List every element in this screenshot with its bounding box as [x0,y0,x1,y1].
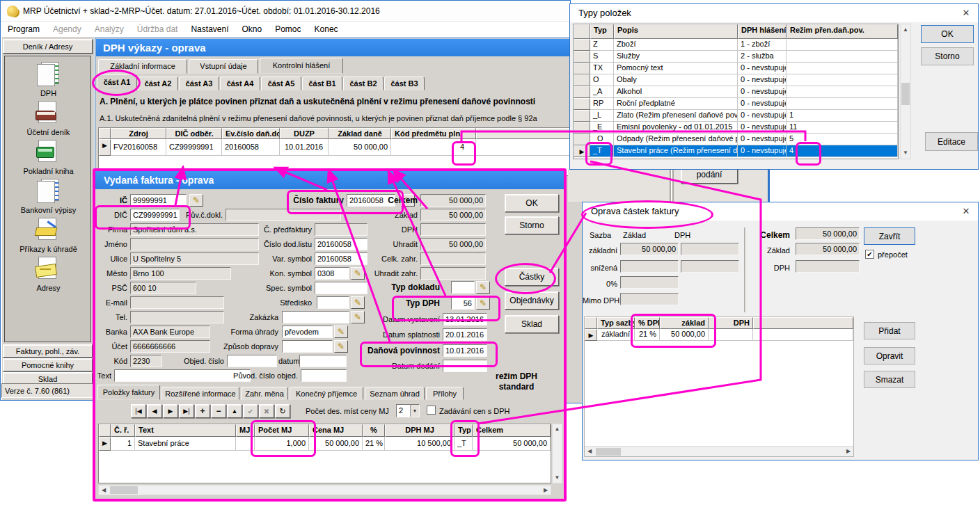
typy-row-selected[interactable]: ▶ _T Stavební práce (Režim přenesení daň… [574,145,898,157]
zakladni-zaklad-field[interactable]: 50 000,00 [620,243,679,255]
nav-refresh-button[interactable]: ↻ [275,404,290,418]
psc-field[interactable]: 600 10 [130,282,196,294]
typ-dph-field[interactable]: 56 [451,297,475,310]
storno-button[interactable]: Storno [505,216,559,234]
typy-row[interactable]: Z Zboží 1 - zboží [574,39,898,51]
subtab-cast-a1[interactable]: část A1 [97,74,137,90]
tab-prilohy[interactable]: Přílohy [426,387,464,400]
typ-dph-lookup-icon[interactable]: ✎ [476,297,490,310]
typy-row[interactable]: _L Zlato (Režim přenesení daňové pov. §9… [574,110,898,122]
stredisko-field[interactable] [317,296,349,309]
menu-konec[interactable]: Konec [315,24,338,34]
datum-splatnosti-field[interactable]: 20.01.2016 [443,328,487,341]
subtab-cast-b1[interactable]: část B1 [302,77,342,90]
forma-uhrady-lookup-icon[interactable]: ✎ [334,326,348,338]
sidebar-item-dph[interactable]: DPH [5,61,92,98]
spec-symbol-field[interactable] [315,282,368,294]
cislo-dod-listu-field[interactable]: 20160058 [315,238,368,250]
objed-cislo-field[interactable] [227,355,277,367]
ic-lookup-icon[interactable]: ✎ [189,194,203,207]
tab-seznam-uhrad[interactable]: Seznam úhrad [365,387,425,400]
zpusob-dopravy-field[interactable] [282,340,333,353]
menu-program[interactable]: Program [8,24,40,34]
subtab-cast-a4[interactable]: část A4 [220,77,260,90]
menu-udrzba-dat[interactable]: Údržba dat [137,24,178,34]
zavrit-button[interactable]: Zavřít [864,227,915,245]
sidebar-item-bankovni-vypisy[interactable]: Bankovní výpisy [5,177,92,215]
mimo-dph-zaklad-field[interactable] [620,293,679,305]
oprava-hscrollbar[interactable]: ◀ ▶ [585,446,853,456]
smazat-button[interactable]: Smazat [864,371,915,388]
typy-storno-button[interactable]: Storno [921,47,974,65]
puv-c-dokl-field[interactable] [226,209,341,221]
scroll-up-icon[interactable]: ▲ [901,25,910,35]
menu-pomoc[interactable]: Pomoc [275,24,301,34]
scroll-right-icon[interactable]: ▶ [541,486,551,495]
typy-row[interactable]: _O Odpady (Režim přenesení daňové pov. §… [574,134,898,145]
jmeno-field[interactable] [130,238,259,250]
ucet-field[interactable]: 6666666666 [130,340,210,353]
items-vscrollbar[interactable]: ▲ ▼ [552,424,562,483]
ulice-field[interactable]: U Spořitelny 5 [130,252,259,265]
oprava-table-row[interactable]: ▶ základní 21 % 50 000,00 [585,329,853,341]
a1-table-row[interactable]: ▶ FV20160058 CZ99999991 20160058 10.01.2… [99,139,578,156]
nav-insert-button[interactable]: + [195,404,210,418]
objed-datum-field[interactable] [299,355,347,367]
typy-row[interactable]: S Služby 2 - služba [574,51,898,63]
items-hscrollbar[interactable]: ◀ ▶ [98,485,551,495]
scroll-left-icon[interactable]: ◀ [585,447,594,456]
sidebar-tab-pomocne-knihy[interactable]: Pomocné knihy [3,358,93,371]
sidebar-tab-faktury[interactable]: Faktury, pohl., záv. [3,344,93,358]
close-icon[interactable]: ✕ [958,6,974,20]
typy-titlebar[interactable]: Typy položek [570,4,978,22]
nav-delete-button[interactable]: − [211,404,226,418]
kod-field[interactable]: 2230 [130,355,162,367]
banka-field[interactable]: AXA Bank Europe [130,326,210,338]
firma-field[interactable]: Spořitelní dům a.s. [130,223,259,236]
sidebar-item-pokladni-kniha[interactable]: Pokladní kniha [5,138,92,176]
scroll-down-icon[interactable]: ▼ [901,148,910,158]
scroll-down-icon[interactable]: ▼ [553,473,562,483]
subtab-cast-b2[interactable]: část B2 [343,77,384,90]
typ-dokladu-lookup-icon[interactable]: ✎ [476,281,490,294]
close-icon[interactable]: ✕ [958,205,974,218]
pridat-button[interactable]: Přidat [864,322,915,339]
typy-editace-button[interactable]: Editace [925,132,978,151]
tab-polozky-faktury[interactable]: Položky faktury [97,385,160,400]
stredisko-lookup-icon[interactable]: ✎ [351,296,365,309]
scroll-up-icon[interactable]: ▲ [553,424,562,434]
dic-field[interactable]: CZ99999991 [130,209,180,221]
typy-vscrollbar[interactable]: ▲ ▼ [900,24,911,159]
typy-row[interactable]: TX Pomocný text 0 - nevstupuje [574,63,898,74]
menu-agendy[interactable]: Agendy [53,24,81,34]
tab-vstupni-udaje[interactable]: Vstupní údaje [189,59,258,74]
nav-first-button[interactable]: |◀ [131,404,146,418]
oprava-titlebar[interactable]: Oprava částek faktury [583,202,978,221]
zakazka-field[interactable] [282,311,349,323]
snizena-dph-field[interactable] [681,260,739,273]
subtab-cast-a3[interactable]: část A3 [179,77,219,90]
typ-dokladu-field[interactable] [451,281,475,294]
puvod-cislo-objed-field[interactable] [301,369,347,382]
sklad-button[interactable]: Sklad [505,315,559,333]
faktura-titlebar[interactable]: Vydaná faktura - oprava [95,171,564,189]
typy-row[interactable]: _A Alkohol 0 - nevstupuje [574,86,898,98]
ok-button[interactable]: OK [505,194,559,212]
castky-button[interactable]: Částky [505,268,559,286]
tel-field[interactable] [130,311,224,323]
sidebar-item-adresy[interactable]: Adresy [5,255,92,293]
tab-zahr-mena[interactable]: Zahr. měna [241,387,288,400]
nav-edit-button[interactable]: ▲ [227,404,242,418]
typy-row[interactable]: RP Roční předplatné 0 - nevstupuje [574,98,898,110]
nula-zaklad-field[interactable] [620,276,679,289]
splitter-handle[interactable] [670,170,671,202]
nav-next-button[interactable]: ▶ [163,404,178,418]
scroll-left-icon[interactable]: ◀ [99,486,109,495]
decimals-combo[interactable]: 2 ▼ [396,404,420,417]
typy-row[interactable]: _E Emisní povolenky - od 01.01.2015 0 - … [574,122,898,134]
tab-konecny-prijemce[interactable]: Konečný příjemce [290,387,363,400]
tab-zakladni-informace[interactable]: Základní informace [98,59,187,74]
opravit-button[interactable]: Opravit [864,347,915,364]
var-symbol-field[interactable]: 20160058 [315,252,368,265]
sidebar-item-prikazy-k-uhrade[interactable]: Příkazy k úhradě [5,216,92,254]
